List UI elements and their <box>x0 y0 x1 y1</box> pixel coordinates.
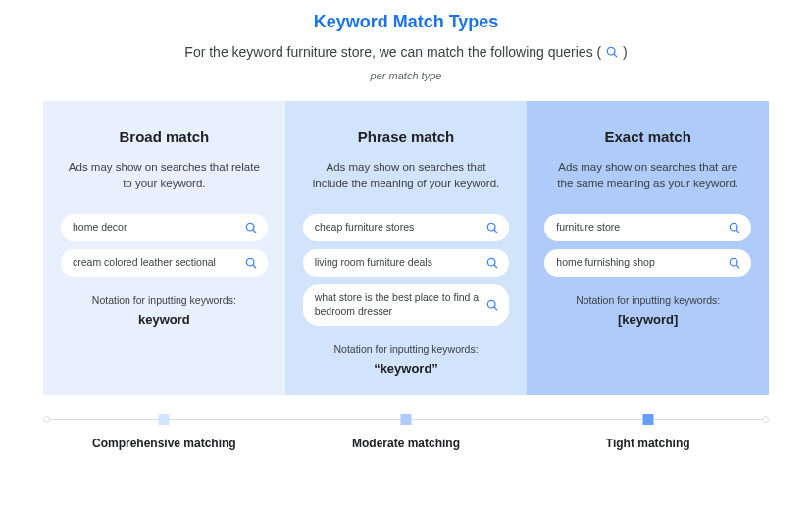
per-match-type-label: per match type <box>0 70 812 81</box>
notation-label: Notation for inputting keywords: <box>303 343 510 355</box>
pill-text: cheap furniture stores <box>315 221 415 234</box>
pill-text: furniture store <box>556 221 620 234</box>
pill-text: home decor <box>73 221 127 234</box>
card-description: Ads may show on searches that relate to … <box>61 159 268 193</box>
card-title: Phrase match <box>303 129 510 145</box>
svg-line-11 <box>494 307 497 310</box>
pill-text: living room furniture deals <box>315 256 432 270</box>
timeline-marker <box>159 414 170 425</box>
page-title: Keyword Match Types <box>0 0 812 32</box>
timeline-endpoint <box>43 416 50 423</box>
pill-text: what store is the best place to find a b… <box>315 291 481 318</box>
card-broad-match: Broad match Ads may show on searches tha… <box>43 101 285 395</box>
notation-value: keyword <box>61 312 268 327</box>
subtitle-post: ) <box>623 44 628 60</box>
timeline-label: Tight matching <box>527 437 769 450</box>
card-title: Exact match <box>544 129 751 145</box>
card-description: Ads may show on searches that include th… <box>303 159 510 193</box>
svg-line-7 <box>494 230 497 233</box>
svg-line-15 <box>736 265 739 268</box>
card-description: Ads may show on searches that are the sa… <box>544 159 751 193</box>
search-icon <box>485 221 499 234</box>
search-icon <box>485 298 499 312</box>
subtitle-pre: For the keyword furniture store, we can … <box>184 44 601 60</box>
notation-value: [keyword] <box>544 312 751 327</box>
timeline <box>43 413 769 427</box>
example-pill: living room furniture deals <box>303 249 510 277</box>
example-pill: home furnishing shop <box>544 249 751 277</box>
card-phrase-match: Phrase match Ads may show on searches th… <box>285 101 528 395</box>
timeline-marker <box>642 414 653 425</box>
example-pill: home decor <box>61 214 268 241</box>
search-icon <box>485 256 499 270</box>
example-pill: cream colored leather sectional <box>61 249 268 277</box>
search-icon <box>244 221 258 234</box>
timeline-marker <box>401 414 412 425</box>
timeline-label: Comprehensive matching <box>43 437 285 450</box>
svg-line-13 <box>736 230 739 233</box>
notation-label: Notation for inputting keywords: <box>61 294 268 306</box>
example-pill: furniture store <box>544 214 751 241</box>
search-icon <box>728 221 741 234</box>
timeline-label: Moderate matching <box>285 437 528 450</box>
search-icon <box>728 256 741 270</box>
search-icon <box>605 45 619 62</box>
svg-line-9 <box>494 265 497 268</box>
subtitle: For the keyword furniture store, we can … <box>0 44 812 62</box>
notation-value: “keyword” <box>303 361 510 376</box>
example-pill: what store is the best place to find a b… <box>303 284 510 325</box>
example-pill: cheap furniture stores <box>303 214 510 241</box>
card-exact-match: Exact match Ads may show on searches tha… <box>527 101 769 395</box>
timeline-endpoint <box>762 416 769 423</box>
pill-text: cream colored leather sectional <box>73 256 216 270</box>
search-icon <box>244 256 258 270</box>
notation-label: Notation for inputting keywords: <box>544 294 751 306</box>
svg-line-3 <box>253 230 256 233</box>
pill-text: home furnishing shop <box>556 256 654 270</box>
card-title: Broad match <box>61 129 268 145</box>
timeline-labels: Comprehensive matching Moderate matching… <box>43 437 769 450</box>
svg-line-1 <box>614 54 617 57</box>
cards-container: Broad match Ads may show on searches tha… <box>43 101 769 395</box>
svg-line-5 <box>253 265 256 268</box>
